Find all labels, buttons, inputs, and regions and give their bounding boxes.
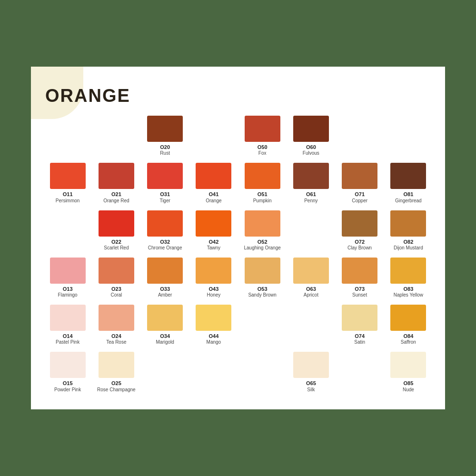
color-item [337, 352, 382, 392]
color-code: O25 [111, 380, 121, 387]
color-name: Satin [354, 339, 365, 345]
color-code: O72 [355, 238, 365, 245]
color-code: O84 [403, 333, 413, 339]
color-name: Nude [403, 387, 414, 393]
color-item: O71 Copper [337, 163, 382, 203]
color-swatch [147, 258, 183, 284]
color-item: O33 Amber [143, 258, 188, 298]
color-swatch [99, 258, 134, 284]
color-name: Tawny [207, 245, 220, 251]
color-name: Penny [304, 198, 317, 204]
color-item [288, 305, 333, 345]
color-name: Apricot [304, 292, 318, 298]
color-swatch [390, 163, 426, 189]
color-item: O22 Scarlet Red [94, 210, 139, 251]
color-item: O32 Chrome Orange [143, 210, 188, 251]
color-swatch [147, 305, 183, 331]
color-item: O44 Mango [191, 305, 236, 345]
color-name: Sandy Brown [248, 292, 276, 298]
color-swatch [293, 116, 329, 142]
color-name: Gingerbread [395, 198, 422, 204]
color-code: O23 [111, 286, 121, 292]
color-name: Orange Red [103, 198, 129, 204]
color-item: O21 Orange Red [94, 163, 139, 203]
color-swatch [196, 210, 231, 237]
color-item: O51 Pumpkin [240, 163, 285, 203]
color-item: O42 Tawny [191, 210, 236, 251]
color-item: O11 Persimmon [45, 163, 90, 203]
color-swatch [50, 258, 86, 284]
color-swatch [390, 210, 426, 237]
color-code: O74 [355, 333, 365, 339]
color-grid: O20 Rust O50 Fox O60 Fulvous O11 Persimm… [45, 116, 431, 393]
color-item [240, 352, 285, 392]
color-swatch [99, 352, 134, 378]
color-item: O83 Naples Yellow [386, 258, 431, 298]
color-item [288, 210, 333, 251]
color-swatch [293, 352, 329, 378]
color-item: O25 Rose Champagne [94, 352, 139, 392]
color-code: O32 [160, 238, 170, 245]
color-swatch [390, 352, 426, 378]
color-swatch [99, 305, 134, 331]
color-swatch [147, 163, 183, 189]
color-code: O34 [160, 333, 170, 339]
color-swatch [390, 258, 426, 284]
color-code: O24 [111, 333, 121, 339]
color-name: Copper [352, 198, 367, 204]
color-swatch [342, 163, 377, 189]
page-title: ORANGE [45, 86, 431, 106]
color-name: Mango [207, 339, 221, 345]
color-name: Pumpkin [253, 198, 272, 204]
color-item [45, 210, 90, 251]
color-name: Honey [207, 292, 220, 298]
color-code: O20 [160, 144, 170, 150]
color-item: O73 Sunset [337, 258, 382, 298]
color-code: O83 [403, 286, 413, 292]
color-item: O24 Tea Rose [94, 305, 139, 345]
color-item: O82 Dijon Mustard [386, 210, 431, 251]
color-name: Rust [160, 150, 170, 156]
color-item [337, 116, 382, 156]
color-swatch [342, 258, 377, 284]
color-item: O13 Flamingo [45, 258, 90, 298]
color-swatch [342, 210, 377, 237]
color-code: O50 [258, 144, 268, 150]
color-name: Pastel Pink [56, 339, 79, 345]
color-name: Scarlet Red [104, 245, 129, 251]
color-code: O71 [355, 191, 365, 198]
color-swatch [245, 116, 280, 142]
color-swatch [147, 116, 183, 142]
color-swatch [99, 163, 134, 189]
color-name: Silk [307, 387, 315, 393]
color-name: Tea Rose [106, 339, 126, 345]
color-item: O85 Nude [386, 352, 431, 392]
color-swatch [342, 305, 377, 331]
color-name: Sunset [352, 292, 367, 298]
color-item: O81 Gingerbread [386, 163, 431, 203]
color-swatch [245, 163, 280, 189]
color-name: Naples Yellow [394, 292, 423, 298]
color-code: O41 [208, 191, 218, 198]
color-code: O82 [403, 238, 413, 245]
color-card: ORANGE O20 Rust O50 Fox O60 Fulvous O11 … [31, 67, 445, 409]
color-code: O44 [208, 333, 218, 339]
color-code: O13 [63, 286, 73, 292]
color-name: Amber [158, 292, 172, 298]
color-swatch [50, 352, 86, 378]
color-code: O85 [403, 380, 413, 387]
color-code: O33 [160, 286, 170, 292]
color-item: O74 Satin [337, 305, 382, 345]
color-swatch [245, 210, 280, 237]
color-item: O41 Orange [191, 163, 236, 203]
color-item: O15 Powder Pink [45, 352, 90, 392]
color-name: Tiger [159, 198, 170, 204]
color-code: O51 [258, 191, 268, 198]
color-code: O43 [208, 286, 218, 292]
color-item: O84 Saffron [386, 305, 431, 345]
color-item: O52 Laughing Orange [240, 210, 285, 251]
color-swatch [147, 210, 183, 237]
color-code: O15 [63, 380, 73, 387]
color-code: O61 [306, 191, 316, 198]
color-swatch [293, 258, 329, 284]
